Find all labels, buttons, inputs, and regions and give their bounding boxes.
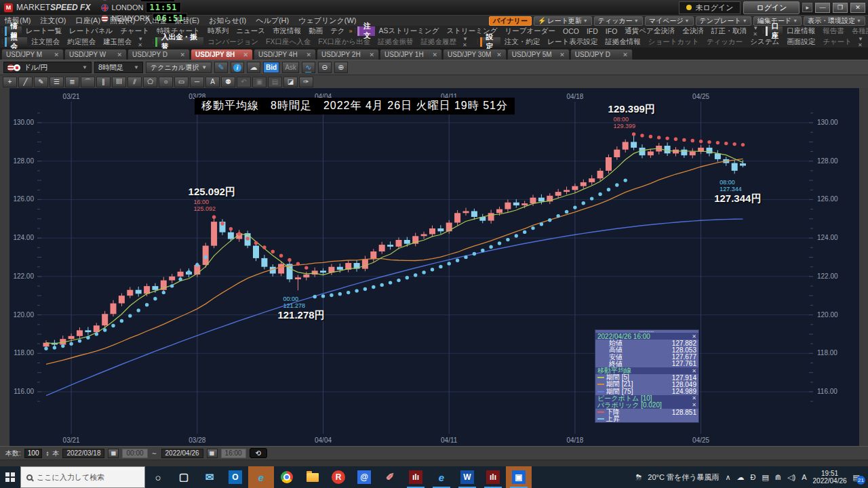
ime-mode-tray-icon[interactable]: A [802,473,806,482]
login-button[interactable]: ログイン [743,1,800,14]
chrome-taskbar-icon[interactable] [274,466,300,488]
ribbon-item-コンバージョン[interactable]: コンバージョン [204,37,262,47]
mail-taskbar-icon[interactable]: ✉ [197,466,222,488]
price-chart[interactable]: 130.00130.00128.00128.00126.00126.00124.… [9,88,859,446]
notification-center[interactable]: ▤ 21 [853,473,864,482]
bid-toggle[interactable]: Bid [263,62,279,73]
menu-照会[interactable]: 照会(R) [105,16,140,24]
ribbon-item-FX口座へ入金[interactable]: FX口座へ入金 [262,37,314,47]
toolbar-マイページ[interactable]: マイページ▼ [645,16,694,26]
toolbar-表示・環境設定[interactable]: 表示・環境設定▼ [804,16,865,26]
tab-usd-jpy-2h[interactable]: USD/JPY 2H✕ [317,49,379,60]
toolbar-バイナリー[interactable]: バイナリー [489,16,532,26]
tab-close-icon[interactable]: ✕ [559,52,565,58]
rakuten-app-taskbar-icon[interactable]: R [326,466,351,488]
minimize-button[interactable]: — [815,3,830,13]
from-calendar-button[interactable]: ▦ [108,449,119,458]
to-calendar-button[interactable]: ▦ [207,449,218,458]
technical-select-button[interactable]: テクニカル選択▼ [146,62,212,73]
crosshair-tool-button[interactable]: + [3,77,17,87]
group-grip[interactable]: ⁞ [353,28,357,35]
ribbon-item-各種設定[interactable]: 各種設定 [848,26,868,36]
tab-usd-jpy-8h[interactable]: USD/JPY 8H✕ [191,49,253,60]
ellipse-tool-button[interactable]: ○ [159,77,173,87]
taskbar-clock[interactable]: 19:512022/04/26 [813,470,847,485]
bar-count-input[interactable]: 100 [24,449,43,458]
trend-line-tool-button[interactable]: ╱ [18,77,33,87]
group-header-入出金・振替[interactable]: 入出金・振替 [155,37,203,47]
tab-usd-jpy-30m[interactable]: USD/JPY 30M✕ [443,49,507,60]
refresh-button[interactable]: ⟲ [250,448,267,458]
ask-toggle[interactable]: Ask [282,62,299,73]
ribbon-item-チャート[interactable]: チャート [117,26,153,36]
currency-pair-select[interactable]: ドル/円▼ [3,62,92,73]
ribbon-item-動画[interactable]: 動画 [305,26,326,36]
tray-expand-tray-icon[interactable]: ∧ [725,473,730,482]
tab-close-icon[interactable]: ✕ [432,52,437,58]
ribbon-item-訂正・取消[interactable]: 訂正・取消 [708,26,751,36]
ribbon-item-建玉照会[interactable]: 建玉照会 [100,37,135,47]
close-icon[interactable]: ✕ [692,395,696,401]
toolbar-レート更新[interactable]: ⚡レート更新▼ [534,16,592,26]
ribbon-item-システム[interactable]: システム [747,37,783,47]
ribbon-item-注文照会[interactable]: 注文照会 [28,37,63,47]
task-view-taskbar-icon[interactable]: ▢ [171,466,197,488]
defender-tray-icon[interactable]: Ð [750,473,755,482]
group-header-口座[interactable]: 口座 [766,26,783,36]
close-icon[interactable]: ✕ [692,368,696,374]
toolbar-テンプレート[interactable]: テンプレート▼ [696,16,751,26]
group-controls[interactable]: ▼ ✕ [136,36,150,48]
ribbon-item-IFO[interactable]: IFO [602,27,621,35]
group-grip[interactable]: ⁞ [151,39,155,45]
tab-close-icon[interactable]: ✕ [180,52,185,58]
parallel-lines-tool-button[interactable]: ∥ [96,77,111,87]
ribbon-item-通貨ペア全決済[interactable]: 通貨ペア全決済 [621,26,678,36]
tab-close-icon[interactable]: ✕ [117,52,122,58]
tab-close-icon[interactable]: ✕ [623,52,628,58]
tab-usd-jpy-w[interactable]: USD/JPY W✕ [64,49,127,60]
volume-tray-icon[interactable]: ◁) [787,473,795,482]
pencil-tool-button[interactable]: ✎ [34,77,48,87]
zoom-in-button[interactable]: ⊕ [334,62,348,73]
from-time-input[interactable]: 00:00 [122,449,147,458]
fan-lines-tool-button[interactable]: ⫽ [127,77,142,87]
ribbon-item-時系列[interactable]: 時系列 [204,26,233,36]
horizontal-lines-tool-button[interactable]: ☰ [50,77,64,87]
close-icon[interactable]: ✕ [692,333,696,340]
tab-usd-jpy-d[interactable]: USD/JPY D✕ [570,49,633,60]
cortana-taskbar-icon[interactable]: ○ [145,466,171,488]
ribbon-item-リーブオーダー[interactable]: リーブオーダー [502,26,559,36]
ribbon-item-証拠金履歴[interactable]: 証拠金履歴 [418,37,460,47]
tab-usd-jpy-d[interactable]: USD/JPY D✕ [127,49,190,60]
menu-情報[interactable]: 情報(M) [0,16,36,24]
outlook-taskbar-icon[interactable]: O [222,466,248,488]
paint-taskbar-icon[interactable]: ✐ [377,466,403,488]
zoom-out-button[interactable]: ⊖ [318,62,332,73]
ribbon-item-全決済[interactable]: 全決済 [679,26,707,36]
ribbon-item-報告書[interactable]: 報告書 [819,26,848,36]
cloud-button[interactable]: ☁ [247,62,260,73]
tab-close-icon[interactable]: ✕ [496,52,502,58]
display-device-tray-icon[interactable]: ▤ [762,473,768,482]
restore-button[interactable]: ❐ [833,3,848,13]
ribbon-item-約定照会[interactable]: 約定照会 [64,37,99,47]
save-drawing-tool-button[interactable]: ✑ [299,77,313,87]
ribbon-item-証拠金情報[interactable]: 証拠金情報 [601,37,644,47]
onedrive-tray-icon[interactable]: ☁ [736,473,744,482]
ribbon-item-OCO[interactable]: OCO [559,27,583,35]
ribbon-item-チャート[interactable]: チャート [819,37,855,47]
marketspeed-2-taskbar-icon[interactable]: ılı [480,466,506,488]
text-tool-tool-button[interactable]: A [205,77,220,87]
menu-口座[interactable]: 口座(A) [71,16,105,24]
ribbon-item-ショートカット[interactable]: ショートカット [645,37,703,47]
close-icon[interactable]: ✕ [692,402,696,408]
ribbon-item-口座情報[interactable]: 口座情報 [783,26,818,36]
ribbon-item-ティッカー[interactable]: ティッカー [703,37,746,47]
to-time-input[interactable]: 16:00 [221,449,246,458]
ribbon-item-レート一覧[interactable]: レート一覧 [22,26,65,36]
dense-lines-tool-button[interactable]: ≣ [65,77,79,87]
from-date-input[interactable]: 2022/03/18 [62,449,104,458]
draw-mode-button[interactable]: ✎ [214,62,228,73]
more-indicator[interactable]: » [349,28,353,35]
word-taskbar-icon[interactable]: W [454,466,480,488]
